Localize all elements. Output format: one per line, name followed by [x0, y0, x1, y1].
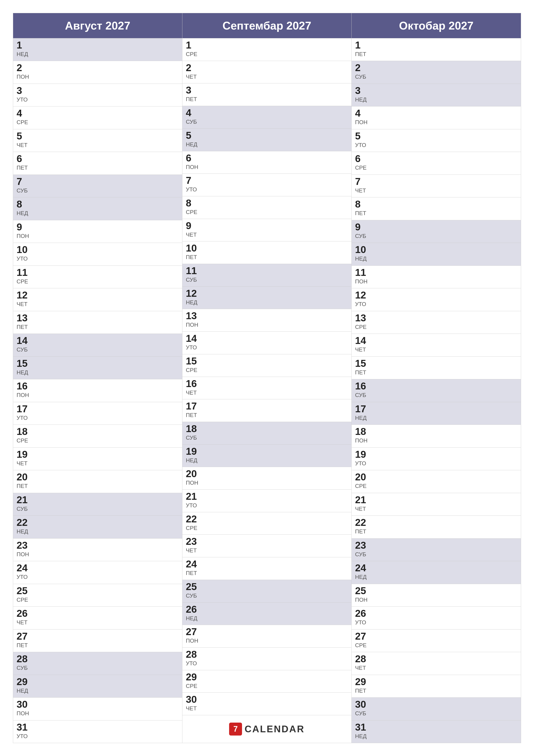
day-row: 6СРЕ [352, 152, 521, 175]
day-info: 14УТО [186, 334, 203, 351]
day-name: ПОН [16, 551, 34, 558]
day-name: НЕД [16, 210, 34, 217]
month-header-1: Септембар 2027 [182, 13, 351, 39]
day-info: 21ЧЕТ [355, 495, 372, 512]
day-row: 10НЕД [352, 243, 521, 265]
day-row: 1ПЕТ [352, 39, 521, 61]
day-name: СУБ [355, 73, 372, 80]
day-info: 25СРЕ [16, 586, 34, 603]
day-number: 2 [186, 63, 203, 73]
day-name: ПОН [186, 479, 203, 486]
day-row: 15ПЕТ [352, 357, 521, 379]
day-info: 27ПОН [186, 627, 203, 644]
day-name: СУБ [186, 434, 203, 441]
day-number: 26 [186, 604, 203, 614]
day-name: СРЕ [355, 483, 372, 489]
day-number: 25 [186, 582, 203, 592]
day-name: НЕД [186, 141, 203, 148]
day-name: СУБ [16, 187, 34, 194]
day-name: ПЕТ [186, 412, 203, 418]
day-number: 29 [186, 672, 203, 682]
day-row: 17УТО [13, 402, 182, 425]
day-row: 30СУБ [352, 698, 521, 720]
day-name: УТО [16, 96, 34, 103]
day-name: СРЕ [186, 51, 203, 58]
day-info: 20ПЕТ [16, 472, 34, 489]
day-number: 27 [186, 627, 203, 636]
day-number: 1 [186, 40, 203, 50]
day-name: СУБ [16, 505, 34, 512]
day-info: 15НЕД [16, 358, 34, 376]
day-info: 12ЧЕТ [16, 290, 34, 308]
day-info: 15СРЕ [186, 356, 203, 373]
day-number: 18 [355, 426, 372, 436]
day-info: 25ПОН [355, 586, 372, 603]
day-name: СРЕ [16, 278, 34, 285]
day-name: ПЕТ [16, 483, 34, 489]
day-number: 21 [16, 495, 34, 505]
day-info: 29СРЕ [186, 672, 203, 689]
day-row: 20ПЕТ [13, 470, 182, 493]
day-info: 8СРЕ [186, 198, 203, 216]
day-name: СРЕ [186, 525, 203, 531]
day-info: 16СУБ [355, 381, 372, 398]
day-row: 1НЕД [13, 39, 182, 61]
day-number: 4 [355, 108, 372, 118]
page: Август 20271НЕД2ПОН3УТО4СРЕ5ЧЕТ6ПЕТ7СУБ8… [0, 0, 534, 756]
day-number: 1 [16, 40, 34, 50]
day-number: 3 [186, 85, 203, 95]
day-row: 16ЧЕТ [182, 377, 351, 399]
day-info: 7СУБ [16, 176, 34, 194]
day-row: 25ПОН [352, 584, 521, 607]
day-name: УТО [16, 733, 34, 740]
day-name: ЧЕТ [355, 664, 372, 671]
day-name: ПЕТ [355, 528, 372, 535]
day-row: 18СУБ [182, 422, 351, 445]
day-row: 12ЧЕТ [13, 288, 182, 311]
month-column-2: Октобар 20271ПЕТ2СУБ3НЕД4ПОН5УТО6СРЕ7ЧЕТ… [352, 13, 521, 743]
day-name: СУБ [186, 277, 203, 283]
day-info: 27ПЕТ [16, 631, 34, 649]
day-row: 29СРЕ [182, 670, 351, 693]
day-number: 25 [16, 586, 34, 596]
day-name: ПОН [16, 73, 34, 80]
day-row: 12НЕД [182, 286, 351, 309]
day-number: 9 [186, 221, 203, 230]
day-name: ПЕТ [355, 688, 372, 694]
day-info: 29ПЕТ [355, 677, 372, 694]
day-row: 3УТО [13, 84, 182, 106]
day-info: 17ПЕТ [186, 401, 203, 418]
day-info: 11ПОН [355, 267, 372, 285]
month-column-0: Август 20271НЕД2ПОН3УТО4СРЕ5ЧЕТ6ПЕТ7СУБ8… [13, 13, 182, 743]
day-name: ЧЕТ [355, 346, 372, 353]
day-number: 5 [355, 131, 372, 141]
day-row: 28ЧЕТ [352, 652, 521, 675]
day-info: 16ЧЕТ [186, 379, 203, 396]
day-number: 5 [16, 131, 34, 141]
day-info: 7УТО [186, 176, 203, 193]
day-info: 1ПЕТ [355, 40, 372, 58]
day-name: ЧЕТ [16, 142, 34, 148]
day-row: 31НЕД [352, 720, 521, 743]
day-name: ПОН [186, 164, 203, 171]
day-row: 30ЧЕТ [182, 693, 351, 715]
day-info: 27СРЕ [355, 631, 372, 649]
day-row: 9ЧЕТ [182, 219, 351, 242]
day-info: 5УТО [355, 131, 372, 148]
day-row: 11СУБ [182, 264, 351, 286]
day-info: 5НЕД [186, 130, 203, 148]
day-row: 25СУБ [182, 580, 351, 603]
day-name: ПОН [16, 233, 34, 239]
day-info: 22ПЕТ [355, 517, 372, 535]
logo-text: CALENDAR [244, 724, 305, 735]
day-number: 29 [16, 677, 34, 687]
day-row: 2СУБ [352, 61, 521, 84]
day-name: ПЕТ [16, 164, 34, 171]
day-number: 22 [355, 517, 372, 527]
day-info: 7ЧЕТ [355, 176, 372, 194]
day-number: 28 [355, 654, 372, 664]
day-number: 8 [186, 198, 203, 208]
day-number: 16 [355, 381, 372, 391]
day-info: 28ЧЕТ [355, 654, 372, 671]
day-number: 21 [186, 491, 203, 501]
